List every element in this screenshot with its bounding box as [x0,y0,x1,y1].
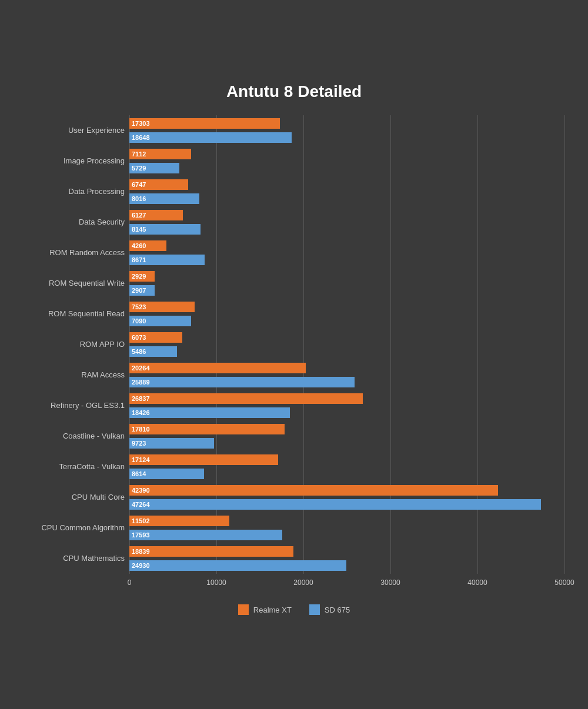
y-label-group: RAM Access [18,360,129,390]
bar-group: 75237090 [129,299,570,329]
y-label: User Experience [68,126,125,136]
bar-row-blue: 24930 [129,559,570,572]
bar-blue: 24930 [129,560,346,571]
bar-row-blue: 17593 [129,529,570,541]
x-axis: 01000020000300004000050000 [129,578,564,593]
bar-row-blue: 47264 [129,498,570,511]
bar-group: 4239047264 [129,482,570,513]
bar-orange: 7112 [129,149,191,159]
bar-group: 60735486 [129,329,570,360]
bar-group: 1883924930 [129,543,570,574]
bar-value-orange: 26837 [129,395,150,402]
bar-row-blue: 5486 [129,345,570,358]
bar-orange: 6127 [129,210,183,220]
bar-group: 2683718426 [129,390,570,421]
legend-color-box [238,604,249,615]
y-label: ROM Random Access [49,248,125,258]
bar-value-orange: 17303 [129,120,150,127]
bar-blue: 7090 [129,316,191,326]
bar-group: 42608671 [129,238,570,268]
bar-value-orange: 6073 [129,334,146,341]
x-tick: 40000 [467,578,487,587]
bar-row-orange: 6127 [129,209,570,222]
y-label-group: User Experience [18,115,129,146]
bar-orange: 6747 [129,179,188,190]
bar-blue: 8614 [129,469,204,479]
bar-row-blue: 7090 [129,315,570,327]
y-label: Refinery - OGL ES3.1 [51,401,125,411]
bar-row-orange: 18839 [129,545,570,558]
y-label-group: ROM Sequential Write [18,268,129,299]
bar-orange: 4260 [129,240,166,251]
bar-orange: 2929 [129,271,155,282]
y-label-group: Image Processing [18,146,129,176]
y-label: ROM APP IO [80,340,125,350]
legend-item: Realme XT [238,604,292,615]
bar-value-blue: 9723 [129,440,146,447]
y-label-group: Data Processing [18,176,129,207]
legend-label: Realme XT [253,606,292,614]
bar-value-orange: 20264 [129,364,150,372]
bar-row-orange: 42390 [129,484,570,497]
bar-value-blue: 18426 [129,409,150,416]
bar-orange: 11502 [129,516,229,526]
bar-value-blue: 7090 [129,317,146,325]
bar-value-orange: 4260 [129,242,146,249]
bar-orange: 7523 [129,302,195,312]
bar-value-blue: 24930 [129,562,150,569]
bar-value-blue: 8614 [129,470,146,477]
bar-value-blue: 8145 [129,226,146,233]
bar-value-orange: 42390 [129,487,150,494]
bar-orange: 18839 [129,546,293,557]
y-label-group: Refinery - OGL ES3.1 [18,390,129,421]
bar-value-blue: 18648 [129,134,150,141]
bar-group: 178109723 [129,421,570,452]
bar-value-blue: 5486 [129,348,146,355]
y-label: CPU Multi Core [72,493,125,503]
bar-blue: 2907 [129,285,155,296]
y-label: CPU Common Algorithm [41,523,125,533]
y-label: RAM Access [81,370,125,380]
bar-orange: 26837 [129,393,363,404]
y-label: CPU Mathematics [63,554,125,564]
bar-row-orange: 6747 [129,178,570,191]
bar-value-orange: 17124 [129,456,150,463]
bar-row-blue: 8671 [129,253,570,266]
y-label-group: ROM Sequential Read [18,299,129,329]
y-label-group: Data Security [18,207,129,238]
bar-row-orange: 6073 [129,331,570,344]
bar-value-blue: 25889 [129,379,150,386]
y-label-group: Coastline - Vulkan [18,421,129,452]
y-label-group: CPU Mathematics [18,543,129,574]
bar-blue: 18648 [129,132,292,143]
bar-row-orange: 4260 [129,239,570,252]
x-tick: 50000 [554,578,574,587]
bar-blue: 47264 [129,499,541,510]
bar-group: 29292907 [129,268,570,299]
chart-container: Antutu 8 Detailed User ExperienceImage P… [12,71,576,638]
bar-blue: 5729 [129,163,179,173]
bars-area: 1730318648711257296747801661278145426086… [129,115,570,574]
legend: Realme XTSD 675 [18,604,570,615]
bar-value-blue: 8671 [129,256,146,263]
bar-orange: 17810 [129,424,285,434]
bar-row-blue: 2907 [129,284,570,297]
bar-value-orange: 18839 [129,548,150,555]
bar-orange: 20264 [129,363,306,373]
y-label-group: CPU Multi Core [18,482,129,513]
bar-blue: 8145 [129,224,201,235]
bar-value-blue: 2907 [129,287,146,294]
y-label-group: CPU Common Algorithm [18,513,129,543]
x-tick: 10000 [206,578,226,587]
bar-row-blue: 18648 [129,131,570,144]
legend-item: SD 675 [309,604,350,615]
bar-blue: 5486 [129,346,177,357]
y-label: Coastline - Vulkan [63,432,125,442]
bar-blue: 9723 [129,438,214,449]
bar-row-blue: 8016 [129,192,570,205]
bar-row-blue: 9723 [129,437,570,450]
bar-value-orange: 6747 [129,181,146,188]
bar-orange: 6073 [129,332,182,343]
bar-value-orange: 2929 [129,273,146,280]
bar-value-blue: 5729 [129,165,146,172]
